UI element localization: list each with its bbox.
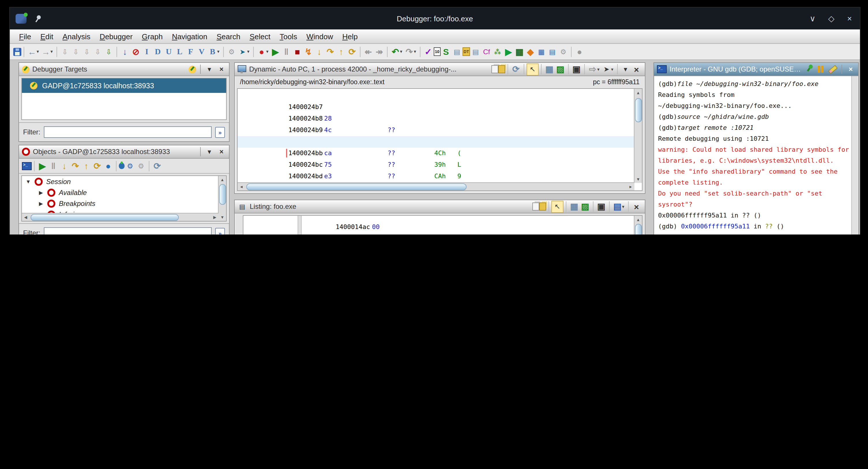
step-last-icon[interactable]: ⟳ bbox=[92, 160, 103, 171]
menu-item[interactable]: Navigation bbox=[167, 31, 212, 42]
copy-icon[interactable] bbox=[532, 202, 539, 211]
step-over-icon[interactable]: ↷ bbox=[70, 160, 81, 171]
stop-icon[interactable]: ■ bbox=[292, 46, 303, 57]
hex-row[interactable]: 1400024bc e3 ?? E3h bbox=[238, 148, 634, 159]
letter-d-icon[interactable]: D bbox=[152, 46, 163, 57]
menu-item[interactable]: Debugger bbox=[95, 31, 137, 42]
vertical-scrollbar[interactable]: ▲ ▼ bbox=[634, 216, 642, 234]
program-icon-3[interactable]: ⇩ bbox=[81, 46, 92, 57]
menu-item[interactable]: Window bbox=[302, 31, 338, 42]
hex-row[interactable]: 1400024b8 4c ?? 4Ch L bbox=[238, 101, 634, 113]
close-icon[interactable]: × bbox=[631, 201, 642, 212]
letter-l-icon[interactable]: L bbox=[174, 46, 185, 57]
menu-item[interactable]: Analysis bbox=[58, 31, 95, 42]
panel-menu-icon[interactable]: ▾ bbox=[205, 64, 214, 74]
menu-item[interactable]: Search bbox=[212, 31, 245, 42]
compare-icon[interactable]: ▨ bbox=[555, 64, 566, 75]
separator[interactable] bbox=[360, 46, 361, 57]
separator[interactable] bbox=[524, 64, 524, 74]
step-into-icon[interactable]: ↓ bbox=[59, 160, 70, 171]
separator[interactable] bbox=[584, 64, 585, 74]
capture-icon[interactable]: ▣ bbox=[596, 201, 607, 212]
gdb-console[interactable]: (gdb)file ~/debugging-win32-binary/foo.e… bbox=[655, 76, 858, 234]
close-icon[interactable]: × bbox=[217, 64, 226, 74]
filter-options-icon[interactable]: » bbox=[215, 227, 225, 234]
letter-i-icon[interactable]: I bbox=[141, 46, 152, 57]
paste-icon[interactable] bbox=[498, 65, 505, 73]
close-icon[interactable]: × bbox=[217, 147, 226, 157]
film-icon-2[interactable]: ▤ bbox=[470, 46, 481, 57]
separator[interactable] bbox=[609, 201, 610, 212]
paste-icon[interactable] bbox=[539, 202, 546, 211]
separator[interactable] bbox=[568, 64, 569, 74]
interrupt-icon[interactable] bbox=[818, 66, 824, 73]
dropdown-caret[interactable]: ▾ bbox=[49, 46, 54, 57]
finish-icon[interactable]: ↑ bbox=[81, 160, 92, 171]
dropdown-caret[interactable]: ▾ bbox=[246, 46, 251, 57]
horizontal-scrollbar[interactable]: ◀ ▶ bbox=[238, 182, 634, 190]
memory-chip-icon[interactable]: ▦ bbox=[514, 46, 525, 57]
hex-row[interactable]: 1400024be c0 ?? C0h bbox=[238, 171, 634, 182]
binary-icon[interactable]: 10 bbox=[434, 47, 441, 56]
menu-item[interactable]: File bbox=[14, 31, 36, 42]
panel-menu-icon[interactable]: ▾ bbox=[620, 64, 631, 75]
vertical-scrollbar[interactable] bbox=[851, 76, 858, 234]
minimize-button[interactable]: ∨ bbox=[810, 14, 816, 23]
resume-icon[interactable]: ▶ bbox=[37, 160, 48, 171]
menu-item[interactable]: Graph bbox=[137, 31, 167, 42]
close-icon[interactable]: × bbox=[631, 64, 642, 75]
cursor-mode-icon[interactable]: ↖ bbox=[527, 63, 539, 75]
launch-icon[interactable] bbox=[119, 163, 125, 169]
letter-v-icon[interactable]: V bbox=[196, 46, 207, 57]
separator[interactable] bbox=[571, 46, 571, 57]
interrupt-icon[interactable]: ↯ bbox=[303, 46, 314, 57]
filter-input[interactable] bbox=[44, 227, 212, 234]
save-icon[interactable] bbox=[13, 48, 21, 56]
dropdown-caret[interactable]: ▾ bbox=[596, 64, 601, 75]
auto-track-icon[interactable]: ▦ bbox=[544, 64, 555, 75]
detach-icon[interactable]: ⚙ bbox=[135, 160, 147, 171]
hex-row[interactable]: 1400024bb 75 ?? 75h u bbox=[238, 136, 634, 148]
separator[interactable] bbox=[593, 201, 593, 212]
close-icon[interactable]: × bbox=[846, 64, 855, 74]
cursor-mode-icon[interactable]: ↖ bbox=[551, 200, 563, 213]
stop-icon[interactable]: ● bbox=[103, 160, 114, 171]
skip-back-icon[interactable]: ↞ bbox=[363, 46, 374, 57]
dropdown-caret[interactable]: ▾ bbox=[216, 46, 221, 57]
menu-item[interactable]: Help bbox=[338, 31, 363, 42]
disassembly-row[interactable]: 1400014ac e8 1f 01 00 CALL __main 00 bbox=[243, 215, 634, 233]
dropdown-caret[interactable]: ▾ bbox=[399, 46, 404, 57]
world-icon[interactable]: ● bbox=[574, 46, 585, 57]
separator[interactable] bbox=[223, 46, 224, 57]
attach-icon[interactable]: ⚙ bbox=[125, 160, 135, 171]
table-icon-2[interactable]: ▤ bbox=[547, 46, 558, 57]
interrupt-icon[interactable]: ‖ bbox=[48, 160, 59, 171]
table-icon-1[interactable]: ▦ bbox=[536, 46, 547, 57]
menu-item[interactable]: Select bbox=[245, 31, 275, 42]
copy-icon[interactable] bbox=[491, 65, 498, 73]
separator[interactable] bbox=[387, 46, 388, 57]
auto-track-icon[interactable]: ▦ bbox=[569, 201, 580, 212]
separator[interactable] bbox=[149, 161, 149, 171]
hex-row[interactable]: 1400024ba ca ?? CAh bbox=[238, 125, 634, 136]
separator[interactable] bbox=[24, 46, 24, 57]
separator[interactable] bbox=[507, 64, 508, 74]
hex-row[interactable]: 1400024b9 39 ?? 39h 9 bbox=[238, 113, 634, 125]
letter-f-icon[interactable]: F bbox=[185, 46, 196, 57]
compare-icon[interactable]: ▨ bbox=[580, 201, 591, 212]
connect-button[interactable] bbox=[189, 65, 196, 73]
separator[interactable] bbox=[253, 46, 254, 57]
console-icon[interactable] bbox=[22, 162, 32, 170]
step-out-icon[interactable]: ↑ bbox=[336, 46, 347, 57]
vertical-scrollbar[interactable]: ▲ ▼ bbox=[634, 89, 642, 183]
skip-forward-icon[interactable]: ↠ bbox=[374, 46, 385, 57]
letter-u-icon[interactable]: U bbox=[163, 46, 174, 57]
expand-arrow-icon[interactable]: ▶ bbox=[38, 189, 44, 195]
separator[interactable] bbox=[617, 64, 618, 74]
refresh-icon[interactable]: ⟳ bbox=[152, 160, 163, 171]
tree-item[interactable]: ▶ Available bbox=[22, 187, 226, 198]
pause-icon[interactable]: ‖ bbox=[281, 46, 292, 57]
diamond-icon[interactable]: ◆ bbox=[525, 46, 536, 57]
hex-row[interactable]: 1400024bd 31 ?? 31h 1 bbox=[238, 159, 634, 171]
cleanup-icon[interactable]: ⚙ bbox=[558, 46, 569, 57]
